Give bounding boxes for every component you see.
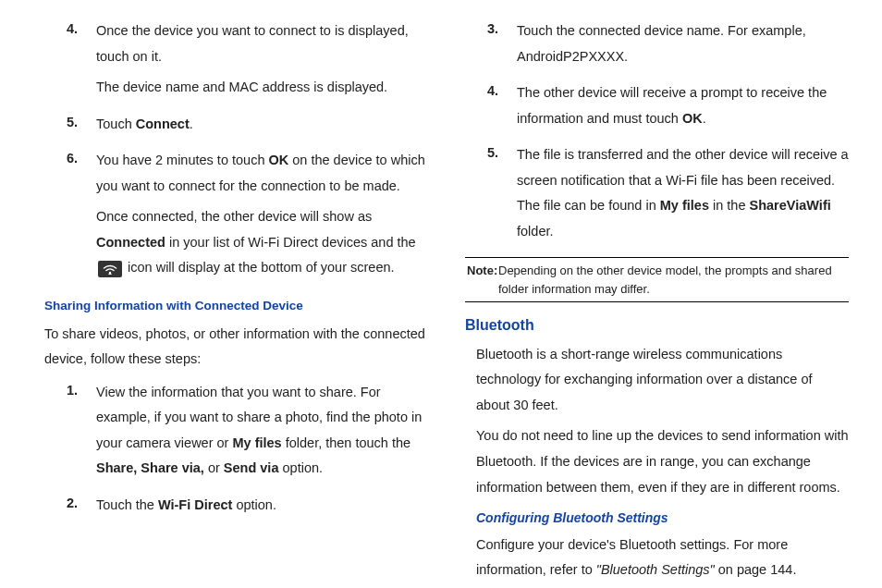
paragraph: Bluetooth is a short-range wireless comm… <box>465 342 849 419</box>
text: . <box>703 111 706 126</box>
heading-configuring: Configuring Bluetooth Settings <box>465 506 849 531</box>
paragraph: Once the device you want to connect to i… <box>96 18 428 69</box>
list-item: 2.Touch the Wi-Fi Direct option. <box>44 491 428 524</box>
text: Touch the <box>96 497 158 512</box>
list-item: 6.You have 2 minutes to touch OK on the … <box>44 146 428 287</box>
right-column: 3.Touch the connected device name. For e… <box>465 17 849 588</box>
list-item: 5.The file is transferred and the other … <box>465 141 849 250</box>
page-content: 4.Once the device you want to connect to… <box>0 0 882 588</box>
note-box: Note: Depending on the other device mode… <box>465 257 849 302</box>
list-body: Touch the Wi-Fi Direct option. <box>96 491 428 524</box>
list-item: 5.Touch Connect. <box>44 110 428 143</box>
paragraph: Touch Connect. <box>96 112 428 138</box>
text: in the <box>709 198 750 213</box>
list-item: 1.View the information that you want to … <box>44 378 428 487</box>
paragraph: Configure your device's Bluetooth settin… <box>465 533 849 583</box>
paragraph: Touch the connected device name. For exa… <box>517 18 849 69</box>
text: The device name and MAC address is displ… <box>96 80 387 94</box>
heading-bluetooth: Bluetooth <box>465 312 849 339</box>
bold-text: Connected <box>96 235 165 250</box>
list-body: Touch the connected device name. For exa… <box>517 17 849 75</box>
text: Once connected, the other device will sh… <box>96 209 372 224</box>
list-number: 6. <box>44 146 96 287</box>
paragraph: Once connected, the other device will sh… <box>96 204 428 281</box>
text: You have 2 minutes to touch <box>96 153 268 167</box>
list-body: View the information that you want to sh… <box>96 378 428 487</box>
reference-link: "Bluetooth Settings" <box>596 562 718 577</box>
text: on page 144. <box>718 562 797 577</box>
text: option. <box>278 460 323 475</box>
bold-text: Connect <box>136 116 190 131</box>
note-label: Note: <box>467 262 497 280</box>
bold-text: Share, Share via, <box>96 460 204 475</box>
list-body: You have 2 minutes to touch OK on the de… <box>96 146 428 287</box>
list-body: The other device will receive a prompt t… <box>517 79 849 137</box>
ordered-list: 1.View the information that you want to … <box>44 378 428 524</box>
ordered-list: 3.Touch the connected device name. For e… <box>465 17 849 250</box>
paragraph: You have 2 minutes to touch OK on the de… <box>96 148 428 199</box>
list-body: Once the device you want to connect to i… <box>96 17 428 106</box>
paragraph: The other device will receive a prompt t… <box>517 80 849 131</box>
paragraph: The file is transferred and the other de… <box>517 142 849 244</box>
list-number: 4. <box>44 17 96 106</box>
text: folder. <box>517 224 554 239</box>
paragraph: View the information that you want to sh… <box>96 380 428 482</box>
text: Once the device you want to connect to i… <box>96 23 409 64</box>
text: or <box>204 460 224 475</box>
text: The other device will receive a prompt t… <box>517 85 827 126</box>
list-body: Touch Connect. <box>96 110 428 143</box>
left-column: 4.Once the device you want to connect to… <box>44 17 428 588</box>
bold-text: Wi-Fi Direct <box>158 497 232 512</box>
bold-text: ShareViaWifi <box>750 198 831 213</box>
bold-text: My files <box>660 198 709 213</box>
note-body: Depending on the other device model, the… <box>467 262 847 298</box>
paragraph: Touch the Wi-Fi Direct option. <box>96 493 428 519</box>
ordered-list: 4.Once the device you want to connect to… <box>44 17 428 287</box>
list-body: The file is transferred and the other de… <box>517 141 849 250</box>
text: icon will display at the bottom of your … <box>124 260 395 275</box>
bold-text: OK <box>682 111 703 126</box>
paragraph: The device name and MAC address is displ… <box>96 75 428 101</box>
bold-text: My files <box>232 435 281 450</box>
text: option. <box>232 497 276 512</box>
list-number: 5. <box>465 141 517 250</box>
svg-point-0 <box>109 271 111 273</box>
list-number: 2. <box>44 491 96 524</box>
bold-text: Send via <box>224 460 279 475</box>
heading-sharing: Sharing Information with Connected Devic… <box>44 294 428 318</box>
text: folder, then touch the <box>282 435 410 450</box>
wifi-direct-icon <box>98 261 122 277</box>
list-item: 4.The other device will receive a prompt… <box>465 79 849 137</box>
text: . <box>190 116 193 131</box>
list-number: 5. <box>44 110 96 143</box>
list-item: 3.Touch the connected device name. For e… <box>465 17 849 75</box>
list-number: 1. <box>44 378 96 487</box>
text: Touch the connected device name. For exa… <box>517 23 806 64</box>
sharing-intro: To share videos, photos, or other inform… <box>44 322 428 373</box>
text: in your list of Wi-Fi Direct devices and… <box>165 235 416 250</box>
list-number: 3. <box>465 17 517 75</box>
list-item: 4.Once the device you want to connect to… <box>44 17 428 106</box>
list-number: 4. <box>465 79 517 137</box>
text: Touch <box>96 116 136 131</box>
paragraph: You do not need to line up the devices t… <box>465 423 849 500</box>
bold-text: OK <box>268 153 288 167</box>
